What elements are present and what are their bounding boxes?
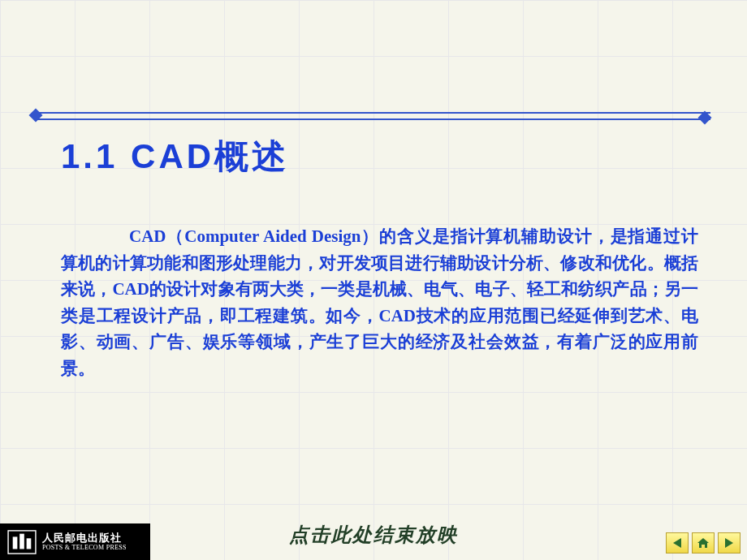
publisher-name-en: POSTS & TELECOM PRESS xyxy=(42,545,127,551)
next-button[interactable] xyxy=(718,532,741,554)
slide-body-text: CAD（Computer Aided Design）的含义是指计算机辅助设计，是… xyxy=(61,223,698,381)
body-content: CAD（Computer Aided Design）的含义是指计算机辅助设计，是… xyxy=(61,226,698,378)
home-button[interactable] xyxy=(692,532,715,554)
home-icon xyxy=(696,536,710,549)
slide-title: 1.1 CAD概述 xyxy=(61,134,289,179)
publisher-name-cn: 人民邮电出版社 xyxy=(42,532,127,543)
publisher-badge: 人民邮电出版社 POSTS & TELECOM PRESS xyxy=(0,523,150,560)
arrow-right-icon xyxy=(722,536,736,549)
header-rule-bottom xyxy=(37,118,710,120)
header-rule-top xyxy=(37,112,710,114)
arrow-left-icon xyxy=(670,536,684,549)
publisher-text-block: 人民邮电出版社 POSTS & TELECOM PRESS xyxy=(42,532,127,551)
prev-button[interactable] xyxy=(666,532,689,554)
end-slideshow-link[interactable]: 点击此处结束放映 xyxy=(289,522,458,548)
nav-button-group xyxy=(666,532,741,554)
publisher-logo-icon xyxy=(6,529,37,555)
